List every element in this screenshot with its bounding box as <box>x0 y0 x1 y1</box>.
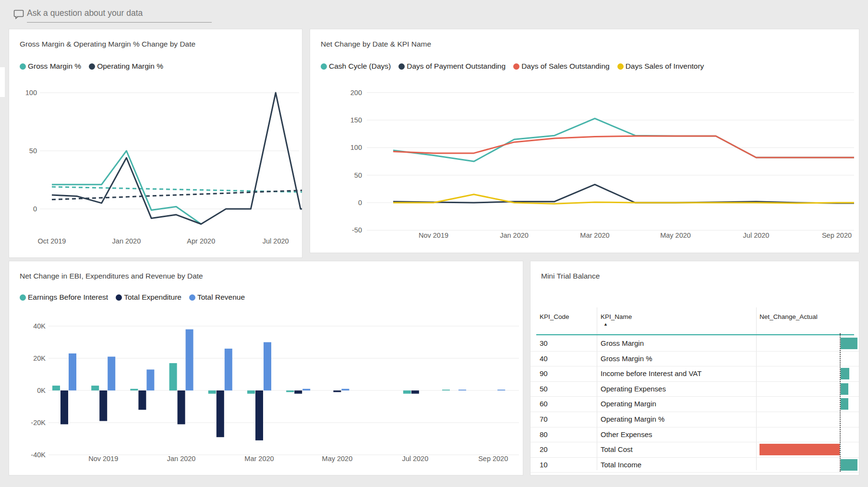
table-row[interactable]: 70Operating Margin % <box>530 412 859 427</box>
bar[interactable] <box>52 386 60 390</box>
y-tick-label: -40K <box>31 451 46 459</box>
bar[interactable] <box>286 390 294 392</box>
net-change-data-bar[interactable] <box>841 338 857 349</box>
y-tick-label: -20K <box>31 419 46 426</box>
bar[interactable] <box>146 369 154 390</box>
x-tick-label: Sep 2020 <box>478 455 508 463</box>
table-row[interactable]: 10Total Income <box>530 458 859 473</box>
y-tick-label: 100 <box>350 144 362 151</box>
column-header-kpi-code[interactable]: KPI_Code <box>540 313 569 320</box>
trend-line[interactable] <box>52 187 302 192</box>
bar[interactable] <box>294 390 302 394</box>
kpi-name-cell: Other Expenses <box>601 427 652 442</box>
kpi-code-cell: 20 <box>540 442 548 457</box>
bar[interactable] <box>108 357 115 390</box>
kpi-name-cell: Operating Margin % <box>601 412 664 427</box>
x-tick-label: May 2020 <box>660 231 691 239</box>
table-row[interactable]: 20Total Cost <box>530 442 859 458</box>
x-tick-label: Nov 2019 <box>88 455 118 463</box>
x-tick-label: Mar 2020 <box>580 231 609 239</box>
trend-line[interactable] <box>52 190 302 199</box>
kpi-code-cell: 70 <box>540 412 548 427</box>
bar[interactable] <box>403 390 411 394</box>
column-header-net-change-actual[interactable]: Net_Change_Actual <box>760 313 818 320</box>
bar[interactable] <box>60 390 68 424</box>
table-row[interactable]: 30Gross Margin <box>530 336 859 352</box>
line-chart-canvas[interactable]: 200150100500-50Nov 2019Jan 2020Mar 2020M… <box>310 29 859 253</box>
bar[interactable] <box>217 390 224 437</box>
y-tick-label: 150 <box>350 116 362 124</box>
qna-placeholder: Ask a question about your data <box>27 8 143 18</box>
kpi-name-cell: Operating Margin <box>601 397 656 412</box>
x-tick-label: May 2020 <box>322 455 353 463</box>
bar[interactable] <box>302 389 310 390</box>
bar[interactable] <box>69 353 76 390</box>
bar[interactable] <box>333 390 341 392</box>
bar[interactable] <box>130 389 138 390</box>
bar[interactable] <box>169 363 177 390</box>
y-tick-label: -50 <box>352 226 362 234</box>
kpi-name-cell: Total Income <box>601 458 641 473</box>
net-change-data-bar[interactable] <box>841 368 849 379</box>
qna-underline <box>27 22 212 23</box>
dashboard: { "qna": { "placeholder": "Ask a questio… <box>0 0 868 487</box>
kpi-code-cell: 10 <box>540 458 548 473</box>
table-row[interactable]: 60Operating Margin <box>530 397 859 412</box>
bar[interactable] <box>186 329 193 390</box>
y-tick-label: 40K <box>33 322 46 330</box>
y-tick-label: 100 <box>25 89 37 97</box>
bar[interactable] <box>458 390 466 390</box>
net-change-data-bar[interactable] <box>841 398 848 410</box>
line-chart-canvas[interactable]: 100500Oct 2019Jan 2020Apr 2020Jul 2020 <box>9 29 302 257</box>
table-body: 30Gross Margin40Gross Margin %90Income b… <box>530 336 859 473</box>
x-tick-label: Jan 2020 <box>112 237 141 245</box>
bar[interactable] <box>247 390 255 394</box>
net-change-data-bar[interactable] <box>841 459 857 471</box>
chat-bubble-icon <box>13 9 24 21</box>
y-tick-label: 0 <box>33 205 37 213</box>
table-row[interactable]: 40Gross Margin % <box>530 352 859 367</box>
bar[interactable] <box>497 390 505 390</box>
table-row[interactable]: 80Other Expenses <box>530 427 859 443</box>
series-line[interactable] <box>52 93 302 224</box>
bar[interactable] <box>264 342 271 391</box>
y-tick-label: 50 <box>29 147 37 155</box>
column-header-kpi-name[interactable]: KPI_Name <box>601 313 632 320</box>
bar-chart-canvas[interactable]: 40K20K0K-20K-40KNov 2019Jan 2020Mar 2020… <box>9 261 523 475</box>
y-tick-label: 50 <box>354 171 362 179</box>
x-tick-label: Jul 2020 <box>402 455 428 463</box>
kpi-name-cell: Total Cost <box>601 442 633 457</box>
x-tick-label: Mar 2020 <box>244 455 274 463</box>
net-change-data-bar[interactable] <box>760 444 840 455</box>
bar[interactable] <box>255 390 263 440</box>
net-change-data-bar[interactable] <box>841 383 848 395</box>
sort-ascending-icon: ▲ <box>603 322 608 327</box>
table-row[interactable]: 50Operating Expenses <box>530 382 859 397</box>
table-row[interactable]: 90Income before Interest and VAT <box>530 366 859 382</box>
collapsed-pane-edge <box>0 67 5 97</box>
series-line[interactable] <box>393 136 854 158</box>
table-title: Mini Trial Balance <box>541 272 600 280</box>
y-tick-label: 200 <box>350 89 362 97</box>
bar[interactable] <box>225 349 232 390</box>
zero-axis-dotted-line <box>840 333 841 472</box>
bar[interactable] <box>99 390 107 421</box>
kpi-code-cell: 40 <box>540 352 548 366</box>
bar[interactable] <box>341 389 349 390</box>
series-line[interactable] <box>393 119 854 161</box>
bar[interactable] <box>138 390 146 410</box>
bar[interactable] <box>208 390 216 394</box>
x-tick-label: Oct 2019 <box>38 237 66 245</box>
bar[interactable] <box>178 390 185 424</box>
kpi-code-cell: 30 <box>540 336 548 351</box>
visual-mini-trial-balance: Mini Trial Balance KPI_Code KPI_Name Net… <box>530 261 859 475</box>
kpi-name-cell: Gross Margin % <box>601 352 652 366</box>
visual-kpi-line-chart: Net Change by Date & KPI Name Cash Cycle… <box>310 29 859 253</box>
bar[interactable] <box>442 390 450 390</box>
y-tick-label: 0K <box>37 387 46 394</box>
x-tick-label: Nov 2019 <box>419 231 448 239</box>
qna-search[interactable]: Ask a question about your data <box>13 7 234 24</box>
series-line[interactable] <box>393 184 854 203</box>
bar[interactable] <box>91 386 99 390</box>
bar[interactable] <box>411 390 419 394</box>
